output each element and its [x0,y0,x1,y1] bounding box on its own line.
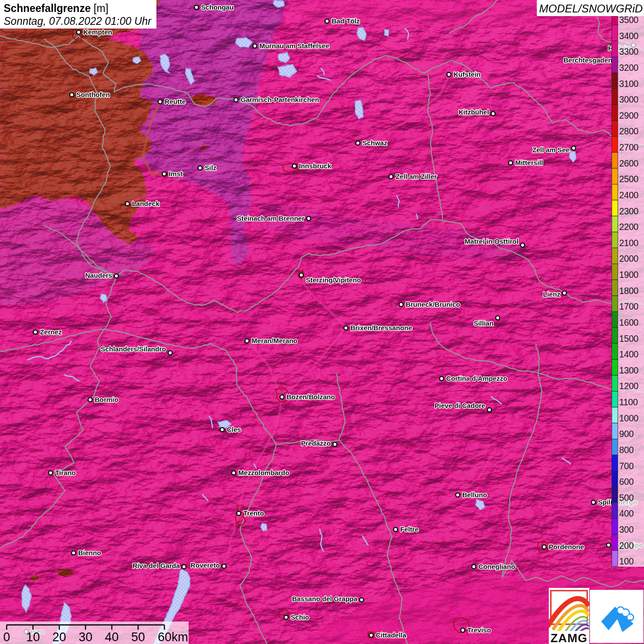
svg-text:900: 900 [619,429,634,439]
svg-text:400: 400 [619,508,634,518]
svg-text:Silz: Silz [205,164,216,172]
svg-text:10: 10 [26,630,40,644]
svg-text:Predazzo: Predazzo [301,440,331,447]
svg-text:2800: 2800 [619,126,638,136]
svg-text:Bozen/Bolzano: Bozen/Bolzano [287,393,335,401]
svg-text:1200: 1200 [619,381,638,391]
svg-text:Cles: Cles [227,426,241,433]
svg-text:ZAMG: ZAMG [551,631,588,644]
svg-text:600: 600 [619,477,634,487]
svg-text:Rovereto: Rovereto [190,562,220,569]
svg-text:Conegliano: Conegliano [478,563,515,570]
svg-text:Reutte: Reutte [165,98,186,105]
svg-text:1600: 1600 [619,317,638,328]
svg-text:1100: 1100 [619,397,638,407]
svg-text:2000: 2000 [619,253,638,264]
svg-text:800: 800 [619,445,634,455]
svg-text:2400: 2400 [619,190,638,200]
svg-text:3300: 3300 [619,46,638,57]
svg-text:Cortina d’Ampezzo: Cortina d’Ampezzo [446,375,507,382]
svg-text:Schongau: Schongau [201,4,234,11]
svg-text:Zernez: Zernez [40,328,62,336]
svg-text:Kitzbühel: Kitzbühel [459,109,489,116]
svg-text:3500: 3500 [619,15,638,25]
svg-text:100: 100 [619,556,634,566]
svg-text:Feltre: Feltre [400,526,419,533]
svg-text:1900: 1900 [619,270,638,280]
svg-text:2100: 2100 [619,238,638,248]
svg-text:Schwaz: Schwaz [362,139,387,147]
svg-text:Landeck: Landeck [132,200,160,207]
svg-text:Berchtesgaden: Berchtesgaden [564,57,612,64]
svg-text:2700: 2700 [619,142,638,152]
svg-text:Cittadella: Cittadella [376,632,407,639]
svg-text:Schlanders/Silandro: Schlanders/Silandro [101,345,166,353]
svg-text:40: 40 [105,630,119,644]
svg-text:1000: 1000 [619,413,638,423]
svg-text:1800: 1800 [619,286,638,296]
svg-text:30: 30 [79,630,92,644]
svg-text:Tirano: Tirano [55,469,76,477]
svg-text:2900: 2900 [619,110,638,121]
svg-text:Treviso: Treviso [467,627,491,634]
svg-text:3200: 3200 [619,63,638,73]
svg-text:700: 700 [619,461,634,471]
svg-text:Garmisch-Partenkirchen: Garmisch-Partenkirchen [241,96,319,104]
svg-text:Sonntag, 07.08.2022 01:00 Uhr: Sonntag, 07.08.2022 01:00 Uhr [4,15,152,27]
svg-text:MODEL/SNOWGRiD: MODEL/SNOWGRiD [539,2,643,15]
svg-text:Brixen/Bressanone: Brixen/Bressanone [351,324,412,332]
svg-text:60km: 60km [158,630,188,644]
svg-text:Kufstein: Kufstein [454,71,481,78]
svg-text:Pordenone: Pordenone [549,543,584,551]
svg-text:300: 300 [619,524,634,535]
svg-text:2200: 2200 [619,222,638,232]
svg-text:0: 0 [3,630,10,644]
svg-text:Trento: Trento [243,510,264,517]
svg-text:1500: 1500 [619,334,638,344]
svg-text:50: 50 [131,630,145,644]
svg-text:Sonthofen: Sonthofen [76,91,110,98]
svg-text:2500: 2500 [619,174,638,184]
svg-text:Sillian: Sillian [474,320,494,327]
svg-text:Mezzolombardo: Mezzolombardo [238,469,289,477]
svg-text:Riva del Garda: Riva del Garda [132,562,180,569]
svg-text:Mittersill: Mittersill [515,159,543,167]
svg-text:Zell am Ziller: Zell am Ziller [396,173,437,180]
svg-text:Innsbruck: Innsbruck [299,162,332,170]
svg-text:3100: 3100 [619,79,638,89]
svg-text:2300: 2300 [619,206,638,216]
svg-text:Bad Tölz: Bad Tölz [332,17,360,25]
svg-text:Bruneck/Brunico: Bruneck/Brunico [406,301,460,308]
svg-text:Bormio: Bormio [95,396,118,403]
svg-text:Steinach am Brenner: Steinach am Brenner [237,215,305,222]
svg-text:Imst: Imst [169,170,183,178]
svg-text:Meran/Merano: Meran/Merano [252,337,298,345]
svg-text:Nauders: Nauders [85,272,112,279]
svg-text:1400: 1400 [619,349,638,359]
svg-text:Zell am See: Zell am See [532,146,569,154]
svg-text:2600: 2600 [619,158,638,168]
svg-text:Bienno: Bienno [78,549,101,557]
svg-text:Matrei in Osttirol: Matrei in Osttirol [465,238,518,245]
svg-text:Bassano del Grappa: Bassano del Grappa [292,595,358,603]
svg-text:Schio: Schio [291,614,309,621]
svg-text:Pieve di Cadore: Pieve di Cadore [435,402,485,409]
svg-text:Lienz: Lienz [543,291,560,298]
svg-text:Sterzing/Vipiteno: Sterzing/Vipiteno [306,276,361,284]
svg-text:1700: 1700 [619,301,638,311]
svg-text:Murnau am Staffelsee: Murnau am Staffelsee [259,42,329,50]
svg-text:20: 20 [52,630,66,644]
svg-text:3400: 3400 [619,31,638,41]
svg-text:Kempten: Kempten [83,29,112,36]
svg-text:1300: 1300 [619,365,638,375]
svg-text:500: 500 [619,493,634,503]
svg-text:3000: 3000 [619,94,638,104]
svg-text:Belluno: Belluno [462,491,487,499]
svg-text:200: 200 [619,540,634,551]
svg-text:Schneefallgrenze [m]: Schneefallgrenze [m] [4,2,109,14]
